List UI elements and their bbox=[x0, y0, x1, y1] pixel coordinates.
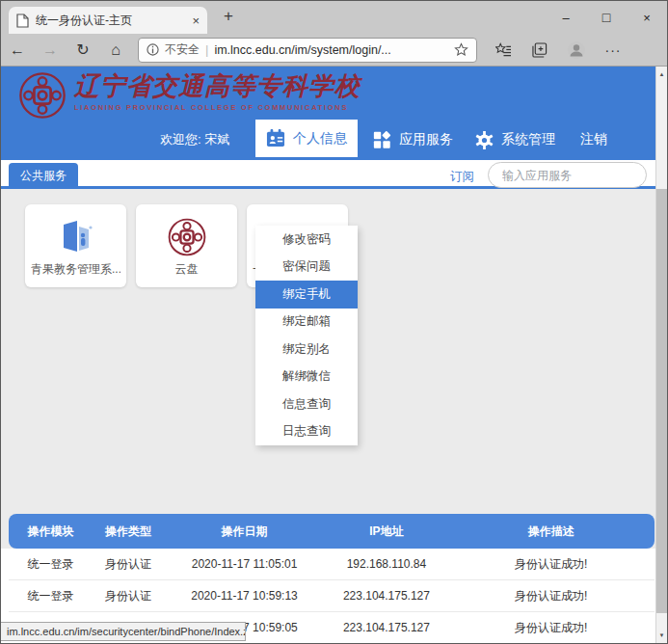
browser-toolbar: ← → ↻ ⌂ 不安全 | im.lncc.edu.cn/im/system/l… bbox=[1, 34, 667, 67]
security-label[interactable]: 不安全 bbox=[165, 41, 200, 58]
cell-ip: 223.104.175.127 bbox=[325, 621, 447, 634]
page-scrollbar[interactable]: ▲ ▼ bbox=[655, 67, 667, 643]
app-search-box[interactable] bbox=[488, 162, 647, 188]
app-tile-cloud-disk[interactable]: 云盘 bbox=[136, 204, 237, 287]
window-controls: – □ × bbox=[546, 1, 667, 34]
favorites-star bbox=[495, 43, 504, 52]
tab-close-icon[interactable]: × bbox=[192, 13, 200, 28]
scroll-up-icon[interactable]: ▲ bbox=[656, 67, 667, 82]
page-icon bbox=[16, 13, 29, 28]
forward-button[interactable]: → bbox=[34, 41, 67, 59]
table-row: 统一登录 身份认证 2020-11-17 11:05:01 192.168.11… bbox=[9, 549, 655, 580]
menu-item-log-query[interactable]: 日志查询 bbox=[255, 418, 358, 446]
browser-tab[interactable]: 统一身份认证-主页 × bbox=[9, 7, 207, 34]
scroll-down-icon[interactable]: ▼ bbox=[656, 628, 667, 643]
welcome-text: 欢迎您: 宋斌 bbox=[160, 120, 229, 160]
tab-public-services[interactable]: 公共服务 bbox=[9, 163, 78, 189]
nav-item-label: 注销 bbox=[580, 131, 607, 148]
refresh-button[interactable]: ↻ bbox=[67, 40, 99, 59]
site-header: 辽宁省交通高等专科学校 LIAONING PROVINCIAL COLLEGE … bbox=[1, 67, 655, 160]
info-icon bbox=[147, 43, 159, 56]
status-bar-url: im.lncc.edu.cn/im/securitycenter/bindPho… bbox=[1, 622, 246, 641]
menu-button[interactable]: ··· bbox=[595, 34, 631, 67]
school-name-block: 辽宁省交通高等专科学校 LIAONING PROVINCIAL COLLEGE … bbox=[74, 70, 361, 112]
school-seal-icon bbox=[136, 216, 237, 258]
menu-item-change-password[interactable]: 修改密码 bbox=[255, 226, 358, 254]
column-header: 操作类型 bbox=[93, 523, 164, 540]
cell-ip: 223.104.175.127 bbox=[325, 589, 447, 603]
app-tile-label: 青果教务管理系... bbox=[31, 261, 120, 278]
url-text[interactable]: im.lncc.edu.cn/im/system/login/... bbox=[214, 43, 448, 57]
cell-description: 身份认证成功! bbox=[448, 620, 655, 636]
favorites-bar-button[interactable] bbox=[485, 34, 521, 67]
cell-date: 2020-11-17 11:05:01 bbox=[164, 557, 326, 571]
subscribe-link[interactable]: 订阅 bbox=[450, 169, 474, 185]
column-header: 操作模块 bbox=[9, 523, 93, 540]
column-header: 操作描述 bbox=[448, 523, 655, 540]
school-name-en: LIAONING PROVINCIAL COLLEGE OF COMMUNICA… bbox=[74, 103, 361, 112]
profile-avatar[interactable] bbox=[558, 34, 595, 67]
app-grid-icon bbox=[373, 131, 391, 149]
log-table-header: 操作模块 操作类型 操作日期 IP地址 操作描述 bbox=[9, 514, 655, 549]
column-header: 操作日期 bbox=[164, 523, 326, 540]
scrollbar-thumb[interactable] bbox=[656, 189, 667, 613]
app-search-input[interactable] bbox=[502, 169, 652, 182]
nav-item-system-admin[interactable]: 系统管理 bbox=[475, 120, 555, 160]
cell-module: 统一登录 bbox=[9, 588, 93, 604]
table-row: 统一登录 身份认证 2020-11-17 10:59:13 223.104.17… bbox=[9, 580, 655, 612]
school-logo-seal-icon bbox=[18, 71, 67, 120]
back-button[interactable]: ← bbox=[1, 41, 34, 59]
cell-type: 身份认证 bbox=[93, 588, 164, 604]
bookmark-star-icon[interactable] bbox=[454, 42, 468, 57]
url-separator: | bbox=[205, 42, 208, 57]
nav-item-personal-info[interactable]: 个人信息 bbox=[255, 120, 358, 157]
nav-item-logout[interactable]: 注销 bbox=[580, 120, 607, 160]
cell-date: 2020-11-17 10:59:13 bbox=[164, 589, 326, 603]
service-tabbar: 公共服务 订阅 bbox=[1, 160, 655, 189]
menu-item-bind-alias[interactable]: 绑定别名 bbox=[255, 335, 358, 363]
maximize-button[interactable]: □ bbox=[586, 1, 627, 34]
gear-icon bbox=[475, 131, 494, 149]
toolbar-icons: ··· bbox=[485, 34, 631, 67]
id-badge-icon bbox=[266, 129, 285, 148]
personal-info-dropdown: 修改密码 密保问题 绑定手机 绑定邮箱 绑定别名 解绑微信 信息查询 日志查询 bbox=[255, 226, 358, 445]
cell-type: 身份认证 bbox=[93, 556, 164, 573]
home-button[interactable]: ⌂ bbox=[99, 41, 132, 59]
menu-item-security-question[interactable]: 密保问题 bbox=[255, 254, 358, 282]
cell-ip: 192.168.110.84 bbox=[325, 557, 447, 571]
cell-description: 身份认证成功! bbox=[448, 588, 655, 604]
school-name-zh: 辽宁省交通高等专科学校 bbox=[74, 70, 361, 101]
cell-description: 身份认证成功! bbox=[448, 556, 655, 573]
web-page: 辽宁省交通高等专科学校 LIAONING PROVINCIAL COLLEGE … bbox=[1, 67, 667, 643]
building-icon bbox=[25, 216, 126, 258]
browser-window: 统一身份认证-主页 × + – □ × ← → ↻ ⌂ 不安全 | im.lnc… bbox=[0, 0, 668, 644]
site-nav: 欢迎您: 宋斌 个人信息 bbox=[1, 120, 655, 160]
minimize-button[interactable]: – bbox=[546, 1, 586, 34]
menu-item-info-query[interactable]: 信息查询 bbox=[255, 390, 358, 418]
nav-item-app-services[interactable]: 应用服务 bbox=[373, 120, 453, 160]
menu-item-unbind-wechat[interactable]: 解绑微信 bbox=[255, 363, 358, 391]
page-inner: 辽宁省交通高等专科学校 LIAONING PROVINCIAL COLLEGE … bbox=[1, 67, 655, 643]
menu-dots-icon: ··· bbox=[605, 42, 622, 58]
tab-title: 统一身份认证-主页 bbox=[36, 13, 185, 29]
app-tile-label: 云盘 bbox=[142, 261, 231, 278]
title-bar: 统一身份认证-主页 × + – □ × bbox=[1, 1, 667, 34]
column-header: IP地址 bbox=[325, 523, 447, 540]
menu-item-bind-phone[interactable]: 绑定手机 bbox=[255, 281, 358, 309]
nav-item-label: 系统管理 bbox=[501, 131, 555, 148]
cell-module: 统一登录 bbox=[9, 556, 93, 573]
address-bar[interactable]: 不安全 | im.lncc.edu.cn/im/system/login/... bbox=[138, 38, 477, 63]
app-tile-qingguo[interactable]: 青果教务管理系... bbox=[25, 204, 126, 287]
menu-item-bind-email[interactable]: 绑定邮箱 bbox=[255, 309, 358, 336]
collections-button[interactable] bbox=[521, 34, 558, 67]
nav-item-label: 个人信息 bbox=[293, 130, 347, 148]
new-tab-button[interactable]: + bbox=[217, 7, 240, 32]
close-button[interactable]: × bbox=[627, 1, 667, 34]
nav-item-label: 应用服务 bbox=[399, 131, 453, 148]
